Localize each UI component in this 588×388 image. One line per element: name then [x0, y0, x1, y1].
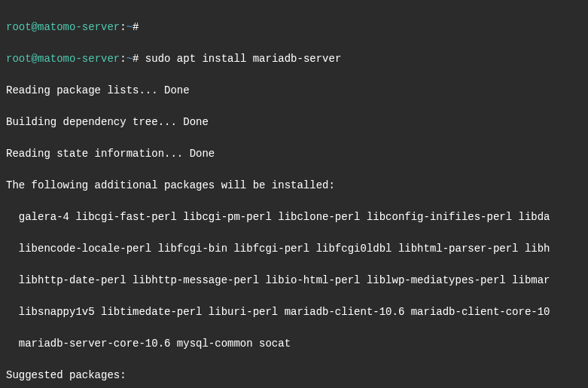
output-line: Suggested packages:: [6, 368, 588, 383]
prompt-host: matomo-server: [38, 21, 120, 33]
command-input: sudo apt install mariadb-server: [145, 53, 341, 65]
prompt-colon: :: [120, 21, 126, 33]
output-line: The following additional packages will b…: [6, 178, 588, 194]
output-line: Building dependency tree... Done: [6, 115, 588, 130]
output-line: galera-4 libcgi-fast-perl libcgi-pm-perl…: [6, 209, 588, 225]
prompt-symbol: #: [133, 21, 139, 33]
prompt-at: @: [32, 21, 38, 33]
prompt-at: @: [32, 53, 38, 65]
prompt-colon: :: [120, 53, 126, 65]
output-line: Reading state information... Done: [6, 146, 588, 162]
terminal-window[interactable]: root@matomo-server:~# root@matomo-server…: [6, 4, 588, 388]
prompt-path: ~: [126, 53, 133, 65]
prompt-user: root: [6, 21, 32, 33]
prompt-line-1: root@matomo-server:~#: [6, 20, 588, 35]
output-line: libencode-locale-perl libfcgi-bin libfcg…: [6, 241, 588, 257]
output-line: libsnappy1v5 libtimedate-perl liburi-per…: [6, 304, 588, 320]
prompt-user: root: [6, 53, 32, 65]
prompt-host: matomo-server: [38, 53, 120, 65]
output-line: libhttp-date-perl libhttp-message-perl l…: [6, 273, 588, 289]
prompt-line-2: root@matomo-server:~# sudo apt install m…: [6, 51, 588, 67]
output-line: Reading package lists... Done: [6, 83, 588, 99]
prompt-path: ~: [126, 21, 133, 33]
output-line: mariadb-server-core-10.6 mysql-common so…: [6, 336, 588, 352]
prompt-symbol: #: [133, 53, 139, 65]
